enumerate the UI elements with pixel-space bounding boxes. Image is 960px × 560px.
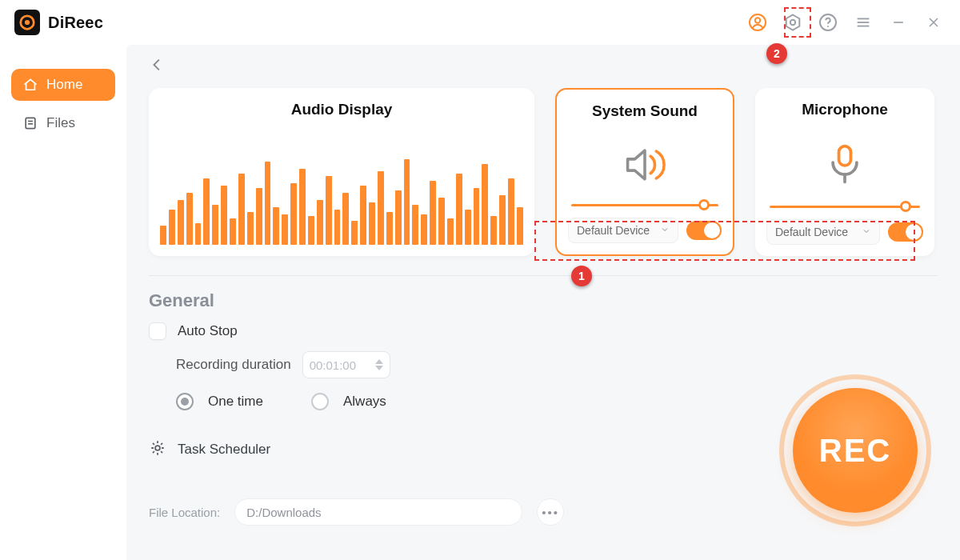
annotation-badge-2: 2 (766, 43, 787, 64)
divider (149, 275, 938, 276)
record-button[interactable]: REC (793, 388, 918, 513)
file-location-path: D:/Downloads (246, 506, 321, 519)
system-sound-device-label: Default Device (577, 224, 650, 237)
titlebar-actions (746, 10, 946, 34)
svg-point-3 (755, 18, 760, 22)
svg-point-5 (790, 20, 795, 25)
sidebar-item-label: Home (46, 77, 82, 93)
chevron-down-icon (862, 226, 871, 238)
microphone-icon (755, 126, 934, 203)
speaker-icon (557, 128, 733, 202)
chevron-down-icon (660, 224, 670, 237)
mode-always-radio[interactable] (311, 393, 329, 410)
audio-equalizer (149, 126, 534, 256)
audio-display-title: Audio Display (149, 88, 534, 126)
record-button-label: REC (819, 433, 891, 469)
microphone-card[interactable]: Microphone Default De (755, 88, 934, 256)
sidebar: Home Files (0, 45, 126, 560)
brand-name: DiReec (48, 14, 103, 32)
microphone-device-label: Default Device (775, 226, 848, 238)
system-sound-slider[interactable] (571, 202, 718, 208)
stepper-icons[interactable] (375, 359, 383, 370)
svg-point-7 (827, 26, 829, 27)
general-heading: General (149, 290, 938, 311)
mode-one-time-radio[interactable] (176, 393, 194, 410)
recording-duration-label: Recording duration (176, 357, 291, 373)
svg-point-19 (155, 446, 160, 450)
system-sound-toggle[interactable] (686, 221, 722, 240)
annotation-badge-1: 1 (571, 266, 592, 286)
main-panel: Audio Display System Sound (126, 45, 960, 560)
file-location-label: File Location: (149, 506, 220, 519)
audio-display-card: Audio Display (149, 88, 534, 256)
svg-marker-4 (786, 15, 800, 30)
brand-logo (14, 10, 40, 35)
system-sound-title: System Sound (557, 90, 733, 128)
close-icon[interactable] (922, 10, 946, 34)
file-location-input[interactable]: D:/Downloads (234, 498, 522, 526)
svg-rect-17 (839, 146, 851, 166)
record-button-ring: REC (779, 374, 931, 526)
sidebar-item-label: Files (46, 115, 75, 131)
menu-icon[interactable] (851, 10, 875, 34)
mode-always-label: Always (343, 394, 386, 410)
microphone-device-select[interactable]: Default Device (766, 219, 880, 245)
back-button[interactable] (149, 56, 166, 77)
microphone-slider[interactable] (770, 203, 920, 210)
microphone-toggle[interactable] (888, 222, 923, 242)
file-location-browse[interactable]: ••• (537, 498, 564, 526)
minimize-icon[interactable] (886, 10, 910, 34)
task-scheduler-label: Task Scheduler (178, 442, 270, 458)
microphone-title: Microphone (755, 88, 934, 126)
auto-stop-checkbox[interactable] (149, 322, 166, 340)
recording-duration-input[interactable]: 00:01:00 (302, 351, 390, 378)
sidebar-item-files[interactable]: Files (11, 107, 115, 139)
account-icon[interactable] (746, 10, 770, 34)
sidebar-item-home[interactable]: Home (11, 69, 115, 101)
settings-hex-icon[interactable] (781, 10, 805, 34)
system-sound-device-select[interactable]: Default Device (568, 218, 678, 243)
mode-one-time-label: One time (208, 394, 263, 410)
svg-point-1 (25, 20, 30, 25)
help-icon[interactable] (816, 10, 840, 34)
titlebar: DiReec (0, 0, 960, 45)
gear-icon (149, 439, 166, 460)
system-sound-card[interactable]: System Sound Default (555, 88, 734, 256)
brand: DiReec (14, 10, 103, 35)
recording-duration-value: 00:01:00 (310, 358, 356, 372)
auto-stop-label: Auto Stop (178, 323, 238, 339)
